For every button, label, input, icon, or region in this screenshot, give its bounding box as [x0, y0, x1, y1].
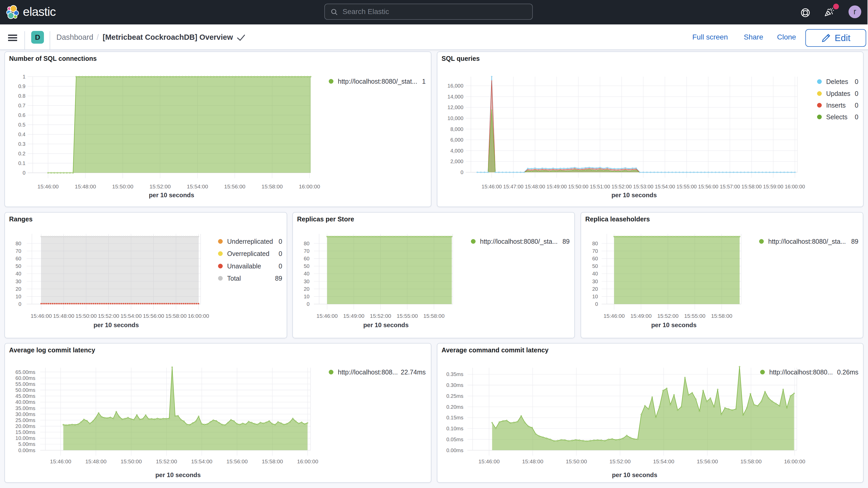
svg-text:6,000: 6,000: [451, 137, 463, 143]
svg-text:0.6: 0.6: [18, 112, 26, 118]
svg-text:15:46:00: 15:46:00: [482, 184, 502, 189]
svg-text:16,000: 16,000: [447, 83, 463, 89]
svg-text:50: 50: [592, 263, 598, 269]
svg-text:10: 10: [304, 294, 310, 299]
svg-text:15:56:00: 15:56:00: [224, 183, 246, 189]
svg-text:0: 0: [461, 170, 463, 175]
svg-text:40: 40: [16, 271, 21, 276]
svg-text:70: 70: [592, 248, 598, 254]
svg-text:15:56:00: 15:56:00: [143, 313, 164, 319]
svg-text:15:58:00: 15:58:00: [740, 458, 762, 464]
svg-text:15:54:00: 15:54:00: [187, 183, 208, 189]
svg-text:15:58:00: 15:58:00: [423, 313, 445, 319]
svg-text:5.00ms: 5.00ms: [18, 441, 35, 447]
svg-text:0.05ms: 0.05ms: [446, 436, 463, 442]
svg-text:45.00ms: 45.00ms: [16, 393, 35, 399]
svg-text:0.2: 0.2: [18, 151, 26, 156]
svg-text:15:46:00: 15:46:00: [31, 313, 52, 319]
svg-text:20: 20: [304, 286, 310, 292]
svg-text:20.00ms: 20.00ms: [16, 423, 35, 429]
svg-text:1: 1: [23, 74, 26, 80]
svg-text:15:46:00: 15:46:00: [316, 313, 338, 319]
svg-text:15:49:00: 15:49:00: [343, 313, 365, 319]
svg-text:2,000: 2,000: [451, 158, 463, 164]
svg-text:60: 60: [304, 256, 310, 262]
svg-text:0.1: 0.1: [18, 160, 26, 166]
svg-text:15:47:00: 15:47:00: [503, 184, 523, 189]
svg-text:0: 0: [307, 301, 310, 307]
svg-text:60.00ms: 60.00ms: [16, 375, 35, 381]
svg-text:15:56:00: 15:56:00: [226, 458, 248, 464]
svg-text:0.35ms: 0.35ms: [446, 371, 463, 377]
svg-text:15:50:00: 15:50:00: [112, 183, 133, 189]
svg-text:15:50:00: 15:50:00: [568, 184, 588, 189]
svg-text:16:00:00: 16:00:00: [188, 313, 209, 319]
svg-text:0.10ms: 0.10ms: [446, 426, 463, 431]
svg-text:40.00ms: 40.00ms: [16, 399, 35, 405]
svg-text:15:52:00: 15:52:00: [612, 184, 632, 189]
svg-text:15:48:00: 15:48:00: [85, 458, 106, 464]
svg-text:15:46:00: 15:46:00: [603, 313, 625, 319]
svg-text:15:56:00: 15:56:00: [697, 458, 718, 464]
svg-text:15:48:00: 15:48:00: [522, 458, 544, 464]
svg-text:0.9: 0.9: [18, 84, 26, 89]
svg-text:70: 70: [16, 248, 21, 254]
svg-text:15:54:00: 15:54:00: [655, 184, 675, 189]
svg-text:15:53:00: 15:53:00: [633, 184, 653, 189]
svg-text:15:58:00: 15:58:00: [741, 184, 762, 189]
svg-text:per 10 seconds: per 10 seconds: [612, 471, 657, 478]
svg-text:0.4: 0.4: [18, 131, 26, 137]
svg-text:70: 70: [304, 248, 310, 254]
svg-text:15:58:00: 15:58:00: [711, 313, 732, 319]
svg-text:50.00ms: 50.00ms: [16, 387, 35, 393]
svg-text:12,000: 12,000: [447, 104, 463, 110]
svg-text:15:52:00: 15:52:00: [610, 458, 631, 464]
svg-text:0.15ms: 0.15ms: [446, 415, 463, 421]
svg-text:0.7: 0.7: [18, 103, 26, 109]
svg-text:per 10 seconds: per 10 seconds: [155, 471, 201, 478]
svg-text:10: 10: [592, 294, 598, 299]
svg-text:15:54:00: 15:54:00: [120, 313, 142, 319]
svg-text:15.00ms: 15.00ms: [16, 429, 35, 435]
svg-text:0.8: 0.8: [18, 93, 26, 99]
svg-text:50: 50: [16, 263, 21, 269]
svg-text:0.3: 0.3: [18, 141, 26, 147]
svg-text:15:58:00: 15:58:00: [165, 313, 187, 319]
svg-text:0.5: 0.5: [18, 122, 26, 128]
svg-text:0.20ms: 0.20ms: [446, 404, 463, 410]
svg-text:16:00:00: 16:00:00: [297, 458, 318, 464]
svg-text:15:50:00: 15:50:00: [121, 458, 142, 464]
svg-text:30: 30: [304, 279, 310, 284]
svg-text:25.00ms: 25.00ms: [16, 417, 35, 423]
svg-text:15:55:00: 15:55:00: [684, 313, 706, 319]
svg-text:80: 80: [16, 241, 21, 246]
svg-text:15:46:00: 15:46:00: [478, 458, 500, 464]
svg-text:0: 0: [595, 301, 598, 307]
svg-text:0.00ms: 0.00ms: [446, 448, 463, 453]
svg-text:55.00ms: 55.00ms: [16, 381, 35, 387]
svg-text:15:55:00: 15:55:00: [677, 184, 697, 189]
svg-text:15:52:00: 15:52:00: [370, 313, 391, 319]
svg-text:15:59:00: 15:59:00: [763, 184, 783, 189]
svg-text:15:50:00: 15:50:00: [75, 313, 97, 319]
svg-text:16:00:00: 16:00:00: [784, 458, 805, 464]
svg-text:0.25ms: 0.25ms: [446, 393, 463, 399]
svg-text:50: 50: [304, 263, 310, 269]
svg-text:15:49:00: 15:49:00: [630, 313, 652, 319]
svg-text:15:54:00: 15:54:00: [653, 458, 674, 464]
svg-text:per 10 seconds: per 10 seconds: [363, 322, 409, 329]
svg-text:60: 60: [16, 256, 21, 262]
svg-text:30: 30: [592, 279, 598, 284]
svg-text:per 10 seconds: per 10 seconds: [651, 322, 697, 329]
svg-text:4,000: 4,000: [451, 148, 463, 154]
svg-text:20: 20: [16, 286, 21, 292]
svg-text:per 10 seconds: per 10 seconds: [149, 191, 194, 199]
svg-text:0: 0: [23, 170, 26, 176]
svg-text:15:46:00: 15:46:00: [50, 458, 71, 464]
svg-text:30.00ms: 30.00ms: [16, 411, 35, 417]
svg-text:15:46:00: 15:46:00: [37, 183, 59, 189]
svg-text:15:48:00: 15:48:00: [53, 313, 74, 319]
svg-text:0.00ms: 0.00ms: [18, 448, 35, 453]
svg-text:per 10 seconds: per 10 seconds: [94, 322, 139, 329]
svg-text:15:51:00: 15:51:00: [590, 184, 610, 189]
